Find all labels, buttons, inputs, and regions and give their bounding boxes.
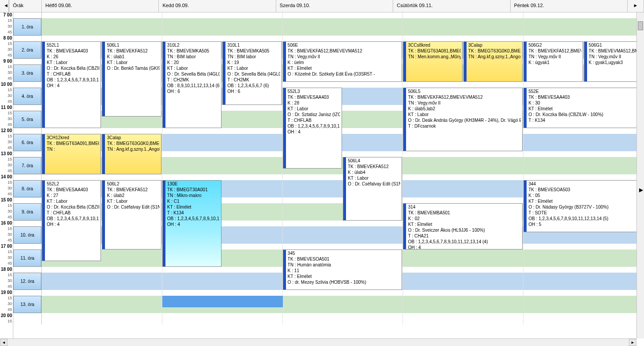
scroll-right-btn[interactable]: ►	[629, 339, 636, 346]
time-slot: 45	[0, 53, 13, 59]
event-line: O : Dr. Koczka Béla (CBZILW - 100%)	[47, 65, 99, 71]
period-cell[interactable]: 2. óra	[13, 41, 41, 59]
event-line: K : gyak1,ugyak3	[589, 60, 641, 65]
event-block[interactable]: 552L1TK : BMEVESAA403K : 26KT : LaborO :…	[42, 41, 101, 128]
period-cell[interactable]: 6. óra	[13, 134, 41, 151]
event-line: TK : BMEVEMKA505	[227, 48, 280, 54]
event-block[interactable]: 506G1TK : BMEVEVMA512,BMEVEKFA512TN : Ve…	[584, 41, 643, 82]
day-header-thu[interactable]: Csütörtök 09.11.	[393, 0, 510, 12]
period-cell[interactable]: 7. óra	[13, 157, 41, 174]
event-line: K : 02	[408, 216, 521, 221]
event-line: TK : BMEVEVMA512,BMEVEKFA512	[589, 48, 641, 54]
event-line: O : Dr. Sevella Béla (I4GL0R - 100%)	[167, 71, 220, 77]
event-content: 506G2TK : BMEVEKFA512,BMEVEVMA512TN : Ve…	[528, 42, 581, 65]
event-block[interactable]: 506G2TK : BMEVEKFA512,BMEVEVMA512TN : Ve…	[523, 41, 583, 82]
event-block[interactable]: 344TK : BMEVESOA503K : 05KT : ElméletO :…	[523, 180, 643, 232]
period-cell[interactable]: 12. óra	[13, 273, 41, 290]
period-cell[interactable]: 1. óra	[13, 18, 41, 36]
event-line: OH : 4	[47, 221, 99, 227]
event-line: 552L3	[288, 89, 340, 94]
vertical-scrollbar[interactable]	[636, 12, 644, 338]
event-block[interactable]: 3CCs8kredTK : BMEGT63A081,BMEGT63A051TN …	[403, 41, 462, 82]
event-line: 552L1	[47, 42, 99, 48]
timetable-body: 7 001530458 001530459 0015304510 0015304…	[0, 12, 644, 346]
event-line: TK : BMEVEKFA512	[107, 48, 159, 54]
event-line: TN : BIM labor	[227, 54, 280, 60]
next-week-btn[interactable]: ►	[628, 0, 644, 12]
time-slot: 45	[0, 238, 13, 244]
period-cell[interactable]: 5. óra	[13, 111, 41, 128]
event-block[interactable]: 506L5TK : BMEVEKFA512,BMEVEVMA512TN : Ve…	[403, 88, 523, 151]
event-line: K : 27	[47, 193, 99, 198]
event-block[interactable]: 345TK : BMEVESOA501TN : Humán anatómiaK …	[283, 249, 402, 290]
grid-area[interactable]: 552L1TK : BMEVESAA403K : 26KT : LaborO :…	[42, 12, 644, 325]
event-content: 552L3TK : BMEVESAA403K : 28KT : LaborO :…	[288, 89, 340, 135]
time-slot: 30	[0, 186, 13, 192]
period-cell[interactable]: 13. óra	[13, 296, 41, 313]
time-slot: 15	[0, 157, 13, 163]
event-line: OH : 4	[288, 129, 340, 135]
period-cell[interactable]: 11. óra	[13, 249, 41, 267]
event-color-bar	[524, 88, 527, 128]
expand-arrow-icon[interactable]: ▶	[639, 187, 643, 193]
event-block[interactable]: 130ETK : BMEGT30A001TN : Mikro-makroK : …	[162, 180, 221, 267]
event-color-bar	[403, 42, 406, 81]
period-cell[interactable]: 3. óra	[13, 64, 41, 82]
time-slot: 45	[0, 284, 13, 290]
event-line: 314	[408, 204, 521, 210]
event-line: TN : Humán anatómia	[288, 262, 401, 268]
day-header-wed[interactable]: Szerda 09.10.	[276, 0, 393, 12]
event-block[interactable]: 314TK : BMEVEMBA501K : 02KT : ElméletO :…	[403, 203, 523, 249]
scroll-left-btn[interactable]: ◄	[0, 339, 8, 346]
event-block[interactable]: 3CH12kredTK : BMEGT63A091,BMEGT63A081,BM…	[42, 134, 101, 174]
event-block[interactable]: 506L2TK : BMEVEKFA512K : úlab2KT : Labor…	[102, 180, 161, 249]
event-line: KT : Labor	[227, 65, 280, 71]
event-line: T : CH2MK	[227, 77, 280, 83]
event-line: T : CH2MK	[167, 77, 220, 83]
day-header-tue[interactable]: Kedd 09.09.	[159, 0, 276, 12]
time-slot: 30	[0, 209, 13, 215]
event-block[interactable]: 310L2TK : BMEVEMKA505TN : BIM laborK : 2…	[162, 41, 221, 128]
event-block[interactable]: 506L1TK : BMEVEKFA512K : úlab1KT : Labor…	[102, 41, 161, 117]
event-color-bar	[102, 42, 105, 116]
event-line: T : SOTE	[528, 210, 641, 216]
event-color-bar	[283, 42, 286, 81]
event-block[interactable]: 3CalapTK : BMEGT63G0K0,BMEGT634041TN : A…	[102, 134, 161, 174]
event-block[interactable]: 310L1TK : BMEVEMKA505TN : BIM laborK : 1…	[222, 41, 282, 105]
event-block[interactable]: 552ETK : BMEVESAA403K : 30KT : ElméletO …	[523, 88, 643, 128]
prev-week-btn[interactable]: ◄	[0, 0, 9, 12]
selected-slot[interactable]	[162, 296, 283, 307]
time-slot: 15	[0, 111, 13, 117]
scrollbar-thumb[interactable]	[638, 21, 643, 30]
time-slot: 45	[0, 192, 13, 197]
event-content: 344TK : BMEVESOA503K : 05KT : ElméletO :…	[528, 181, 641, 227]
day-header-mon[interactable]: Hétfő 09.08.	[42, 0, 159, 12]
event-content: 314TK : BMEVEMBA501K : 02KT : ElméletO :…	[408, 204, 521, 249]
event-line: 552L2	[47, 181, 99, 187]
horizontal-scrollbar[interactable]: ◄ ►	[0, 338, 636, 346]
time-slot: 30	[0, 302, 13, 307]
event-line: 506L2	[107, 181, 159, 187]
event-block[interactable]: 3CalapTK : BMEGT63G0K0,BMEGT634041TN : A…	[463, 41, 523, 82]
time-slot: 15 00	[0, 197, 13, 203]
event-block[interactable]: 506L4TK : BMEVEKFA512K : úlab4KT : Labor…	[343, 157, 402, 221]
event-line: OB : 1,2,3,4,5,6,7,8,9,10,11,12,13,14 (4…	[47, 216, 99, 221]
event-line: K : 20	[167, 60, 220, 65]
event-block[interactable]: 552L3TK : BMEVESAA403K : 28KT : LaborO :…	[283, 88, 342, 169]
period-cell[interactable]: 4. óra	[13, 88, 41, 105]
event-color-bar	[524, 181, 527, 232]
event-line: T : CHFLAB	[288, 117, 340, 123]
period-cell[interactable]: 9. óra	[13, 203, 41, 221]
event-line: TK : BMEGT63G0K0,BMEGT634041	[468, 48, 521, 54]
event-color-bar	[163, 181, 165, 266]
event-block[interactable]: 506ETK : BMEVEKFA512,BMEVEVMA512TN : Veg…	[283, 41, 402, 82]
event-line: KT : Labor	[107, 198, 159, 204]
event-line: K : úlab2	[107, 193, 159, 198]
period-cell[interactable]: 10. óra	[13, 226, 41, 244]
day-header-fri[interactable]: Péntek 09.12.	[511, 0, 628, 12]
period-cell[interactable]: 8. óra	[13, 180, 41, 197]
time-slot: 10 00	[0, 82, 13, 88]
event-line: K : 19	[227, 60, 280, 65]
event-block[interactable]: 552L2TK : BMEVESAA403K : 27KT : LaborO :…	[42, 180, 101, 261]
time-slot: 45	[0, 145, 13, 151]
